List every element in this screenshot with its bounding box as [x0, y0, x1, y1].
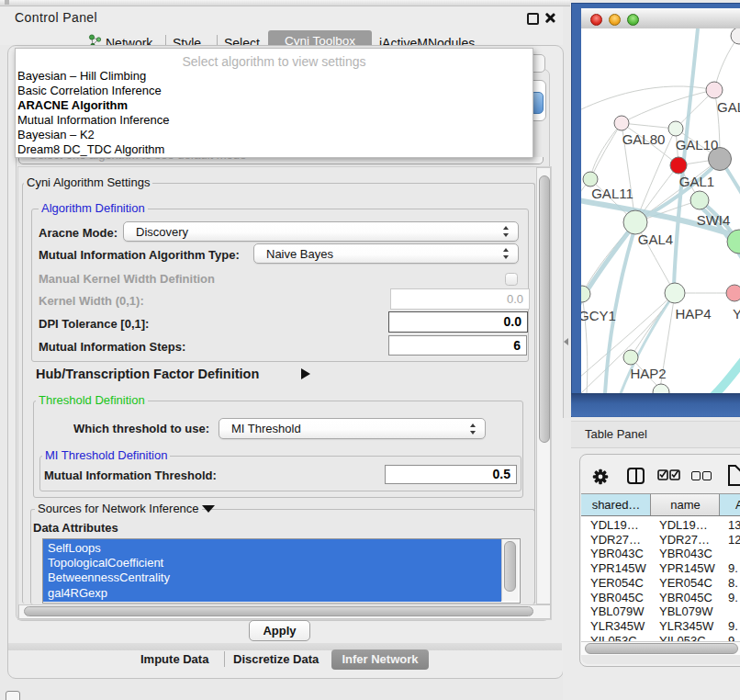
svg-text:GAL4: GAL4: [638, 231, 673, 247]
svg-text:GAL1: GAL1: [679, 174, 714, 189]
svg-text:SWI4: SWI4: [697, 212, 731, 228]
svg-text:HAP2: HAP2: [630, 366, 666, 381]
svg-text:HAP4: HAP4: [675, 306, 711, 322]
svg-text:GAL11: GAL11: [591, 186, 633, 201]
svg-text:GCY1: GCY1: [581, 308, 616, 323]
svg-text:GAL80: GAL80: [622, 131, 666, 147]
svg-text:GAL: GAL: [717, 99, 740, 115]
svg-text:GAL10: GAL10: [676, 137, 719, 152]
svg-text:Y: Y: [733, 306, 740, 322]
